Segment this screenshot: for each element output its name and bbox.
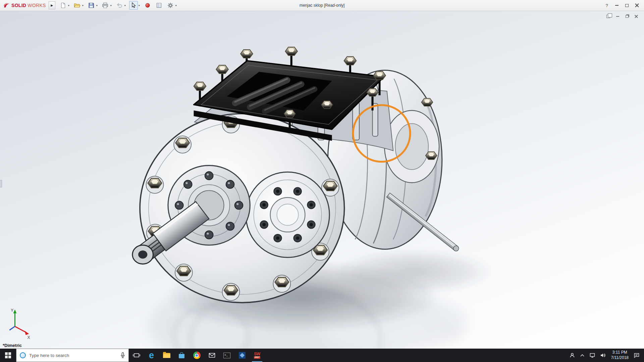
minimize-button[interactable] <box>612 1 622 10</box>
orientation-triad: X Y <box>9 308 30 340</box>
panel-splitter-handle[interactable] <box>0 180 2 187</box>
system-tray: 3:11 PM 7/11/2018 <box>567 349 644 362</box>
new-document-caret[interactable]: ▾ <box>67 4 70 7</box>
save-icon <box>88 2 94 8</box>
open-document-button[interactable] <box>73 1 82 10</box>
options-caret[interactable]: ▾ <box>175 4 177 7</box>
chrome-icon <box>193 352 201 359</box>
doc-pages-button[interactable] <box>605 14 611 19</box>
chevron-up-icon <box>580 354 585 357</box>
brand-solid: SOLID <box>11 3 26 8</box>
title-bar: SOLIDWORKS ▶ ▾ ▾ <box>0 0 644 11</box>
solidworks-app-icon: SW 2017 <box>254 352 260 359</box>
task-view-icon <box>133 352 140 359</box>
volume-icon <box>600 353 606 358</box>
document-window-controls <box>605 14 639 19</box>
store-icon <box>179 354 184 358</box>
solidworks-taskbar-button[interactable]: SW 2017 <box>250 349 265 362</box>
open-folder-icon <box>74 2 80 8</box>
save-button[interactable] <box>87 1 96 10</box>
print-button[interactable] <box>101 1 110 10</box>
network-button[interactable] <box>587 349 598 362</box>
cortana-icon[interactable] <box>20 352 26 358</box>
select-tool-button[interactable] <box>129 1 138 10</box>
print-caret[interactable]: ▾ <box>110 4 112 7</box>
save-caret[interactable]: ▾ <box>96 4 98 7</box>
solidworks-window: SOLIDWORKS ▶ ▾ ▾ <box>0 0 644 362</box>
edge-button[interactable]: e <box>144 349 159 362</box>
sheet-properties-button[interactable] <box>155 1 163 10</box>
graphics-viewport[interactable]: X Y *Dimetric <box>0 11 644 349</box>
undo-button[interactable] <box>115 1 124 10</box>
doc-close-icon <box>635 15 638 18</box>
volume-button[interactable] <box>598 349 608 362</box>
mail-button[interactable] <box>204 349 219 362</box>
sheet-icon <box>156 2 162 8</box>
doc-minimize-icon <box>616 16 619 17</box>
brand-works: WORKS <box>28 3 46 8</box>
file-explorer-button[interactable] <box>159 349 174 362</box>
doc-minimize-button[interactable] <box>614 14 621 19</box>
task-view-button[interactable] <box>129 349 144 362</box>
command-prompt-button[interactable]: >_ <box>219 349 234 362</box>
store-button[interactable] <box>174 349 189 362</box>
hidden-icons-button[interactable] <box>578 349 587 362</box>
close-icon <box>635 3 639 7</box>
command-prompt-icon: >_ <box>223 353 230 358</box>
orientation-label: *Dimetric <box>3 343 22 348</box>
open-document-caret[interactable]: ▾ <box>82 4 84 7</box>
help-button[interactable]: ? <box>602 1 612 10</box>
photos-icon <box>239 352 246 359</box>
windows-taskbar: e >_ SW 2017 <box>0 349 644 362</box>
people-icon <box>569 352 575 358</box>
new-document-icon <box>60 2 66 8</box>
action-center-icon <box>634 353 640 358</box>
select-tool-caret[interactable]: ▾ <box>138 4 141 7</box>
red-sphere-icon <box>145 3 150 8</box>
doc-restore-button[interactable] <box>624 14 630 19</box>
housing-bolt[interactable] <box>422 99 433 106</box>
people-button[interactable] <box>567 349 578 362</box>
select-cursor-icon <box>131 2 136 8</box>
microphone-icon[interactable] <box>120 352 125 358</box>
gearbox-3d-model[interactable]: X Y <box>0 11 644 349</box>
secondary-flange[interactable] <box>246 172 329 257</box>
windows-logo-icon <box>5 352 11 358</box>
gear-icon <box>167 2 173 8</box>
maximize-icon <box>625 4 629 7</box>
network-icon <box>589 353 595 358</box>
pages-icon <box>606 15 610 18</box>
svg-text:Y: Y <box>11 308 13 313</box>
start-button[interactable] <box>0 349 16 362</box>
flyout-arrow-icon: ▶ <box>51 4 53 7</box>
clock-date: 7/11/2018 <box>611 355 629 361</box>
svg-text:X: X <box>27 335 30 340</box>
close-button[interactable] <box>632 1 642 10</box>
chrome-button[interactable] <box>189 349 204 362</box>
housing-bolt[interactable] <box>426 152 437 160</box>
options-button[interactable] <box>166 1 175 10</box>
appearance-button[interactable] <box>143 1 152 10</box>
mail-icon <box>209 353 215 358</box>
taskbar-clock[interactable]: 3:11 PM 7/11/2018 <box>608 350 632 360</box>
taskbar-search[interactable] <box>16 349 129 362</box>
maximize-button[interactable] <box>622 1 632 10</box>
action-center-button[interactable] <box>631 349 642 362</box>
search-input[interactable] <box>29 353 117 358</box>
doc-close-button[interactable] <box>633 14 639 19</box>
print-icon <box>102 2 108 8</box>
clock-time: 3:11 PM <box>611 350 629 355</box>
help-label: ? <box>605 3 608 8</box>
solidworks-logo-icon <box>3 2 10 8</box>
photos-button[interactable] <box>234 349 250 362</box>
document-title: menjac sklop [Read-only] <box>300 3 345 8</box>
main-toolbar: ▾ ▾ ▾ <box>59 1 179 10</box>
window-controls: ? <box>602 1 642 10</box>
minimize-icon <box>615 5 619 6</box>
doc-restore-icon <box>626 15 629 18</box>
undo-icon <box>116 2 122 8</box>
new-document-button[interactable] <box>59 1 67 10</box>
undo-caret[interactable]: ▾ <box>124 4 126 7</box>
solidworks-logo: SOLIDWORKS <box>2 2 49 8</box>
toolbar-flyout-button[interactable]: ▶ <box>49 1 55 9</box>
